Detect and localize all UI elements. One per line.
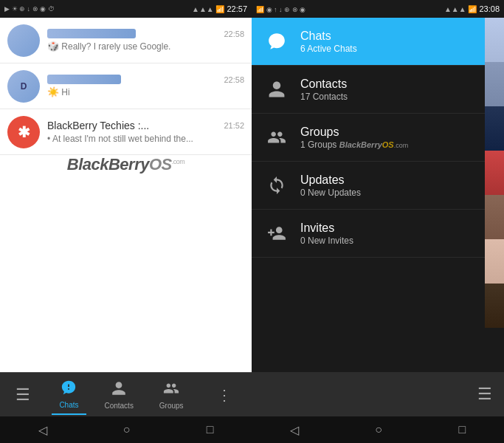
bbos-logo: BlackBerryOS.com xyxy=(67,155,185,174)
chat-time: 22:58 xyxy=(224,75,244,84)
chat-name-row: 22:58 xyxy=(47,75,244,84)
chat-item[interactable]: D 22:58 ☀️ Hi xyxy=(0,63,252,109)
menu-icon-wrap-invites xyxy=(263,220,290,247)
chat-name-row: 22:58 xyxy=(47,29,244,38)
bbos-logo-inline: BlackBerryOS.com xyxy=(339,140,409,149)
menu-icon-wrap-groups xyxy=(263,124,290,151)
menu-text-invites: Invites 0 New Invites xyxy=(300,222,353,246)
chat-item[interactable]: ✱ BlackBerry Techies :... 21:52 • At lea… xyxy=(0,109,252,155)
avatar: D xyxy=(7,70,40,103)
chat-item[interactable]: 22:58 🎲 Really? I rarely use Google. xyxy=(0,18,252,63)
chat-name-blurred xyxy=(47,29,136,38)
sync-menu-icon xyxy=(267,176,286,195)
left-panel: ▶ ☀ ⊕ ↓ ⊗ ◉ ⏱ ▲▲▲ 📶 22:57 22:58 🎲 Really… xyxy=(0,0,252,443)
chat-preview: 🎲 Really? I rarely use Google. xyxy=(47,41,244,52)
nav-chats-button[interactable]: Chats xyxy=(52,375,86,415)
menu-text-chats: Chats 6 Active Chats xyxy=(300,30,357,54)
menu-item-chats[interactable]: Chats 6 Active Chats xyxy=(252,18,504,66)
chat-name-row: BlackBerry Techies :... 21:52 xyxy=(47,120,244,131)
menu-subtitle-groups: 1 Groups BlackBerryOS.com xyxy=(300,140,408,150)
menu-subtitle-updates: 0 New Updates xyxy=(300,188,361,198)
right-panel: 📶 ◉ ↑ ↓ ⊕ ⊗ ◉ ▲▲▲ 📶 23:08 Chats 6 Activ xyxy=(252,0,504,443)
menu-item-groups[interactable]: Groups 1 Groups BlackBerryOS.com xyxy=(252,114,504,162)
chat-preview: ☀️ Hi xyxy=(47,86,244,97)
nav-groups-button[interactable]: Groups xyxy=(152,376,191,414)
nav-contacts-label: Contacts xyxy=(104,402,133,410)
chat-name-blurred xyxy=(47,75,121,84)
menu-title-chats: Chats xyxy=(300,30,357,43)
menu-text-contacts: Contacts 17 Contacts xyxy=(300,78,348,102)
back-button[interactable]: ◁ xyxy=(38,423,47,437)
nav-groups-label: Groups xyxy=(159,402,184,410)
menu-text-updates: Updates 0 New Updates xyxy=(300,174,361,198)
status-time-left: ▲▲▲ 📶 22:57 xyxy=(192,4,247,13)
chat-time: 22:58 xyxy=(224,30,244,38)
nav-contacts-button[interactable]: Contacts xyxy=(97,376,140,414)
home-button-right[interactable]: ○ xyxy=(375,423,382,436)
menu-subtitle-contacts: 17 Contacts xyxy=(300,92,348,102)
recent-button-right[interactable]: □ xyxy=(459,423,466,436)
menu-item-invites[interactable]: Invites 0 New Invites xyxy=(252,210,504,258)
back-button-right[interactable]: ◁ xyxy=(290,423,299,437)
hamburger-right-button[interactable]: ☰ xyxy=(477,385,492,404)
chat-list: 22:58 🎲 Really? I rarely use Google. D 2… xyxy=(0,18,252,372)
group-menu-icon xyxy=(267,128,286,147)
person-menu-icon xyxy=(267,80,286,99)
hamburger-menu-button[interactable]: ☰ xyxy=(5,378,41,412)
chat-content: BlackBerry Techies :... 21:52 • At least… xyxy=(47,120,244,144)
groups-icon xyxy=(163,380,179,400)
bbm-icon xyxy=(61,380,77,399)
status-icons-left: ▶ ☀ ⊕ ↓ ⊗ ◉ ⏱ xyxy=(4,5,55,13)
chat-content: 22:58 🎲 Really? I rarely use Google. xyxy=(47,29,244,52)
menu-title-invites: Invites xyxy=(300,222,353,235)
menu-item-contacts[interactable]: Contacts 17 Contacts xyxy=(252,66,504,114)
menu-title-groups: Groups xyxy=(300,126,408,139)
hamburger-icon: ☰ xyxy=(15,385,30,405)
status-time-right: ▲▲▲ 📶 23:08 xyxy=(444,4,500,13)
chat-preview: • At least I'm not still wet behind the.… xyxy=(47,134,244,144)
chat-name: BlackBerry Techies :... xyxy=(47,120,149,131)
menu-icon-wrap-chats xyxy=(263,28,290,55)
menu-title-updates: Updates xyxy=(300,174,361,187)
home-button[interactable]: ○ xyxy=(123,423,131,436)
more-options-button[interactable]: ⋮ xyxy=(202,374,246,416)
menu-icon-wrap-updates xyxy=(263,172,290,199)
contacts-icon xyxy=(111,380,127,400)
bbm-menu-icon xyxy=(267,32,286,51)
android-nav-left: ◁ ○ □ xyxy=(0,416,252,443)
bottom-nav: ☰ Chats Contacts Groups xyxy=(0,372,252,416)
status-bar-right: 📶 ◉ ↑ ↓ ⊕ ⊗ ◉ ▲▲▲ 📶 23:08 xyxy=(252,0,504,18)
right-bottom-nav: ☰ xyxy=(252,372,504,416)
menu-icon-wrap-contacts xyxy=(263,76,290,103)
menu-list: Chats 6 Active Chats Contacts 17 Contact… xyxy=(252,18,504,372)
hamburger-right-icon: ☰ xyxy=(477,385,492,403)
menu-subtitle-invites: 0 New Invites xyxy=(300,236,353,246)
menu-item-updates[interactable]: Updates 0 New Updates xyxy=(252,162,504,210)
avatar xyxy=(7,24,40,57)
status-icons-right: 📶 ◉ ↑ ↓ ⊕ ⊗ ◉ xyxy=(256,4,305,13)
avatar: ✱ xyxy=(7,116,40,148)
more-icon: ⋮ xyxy=(210,379,239,411)
android-nav-right: ◁ ○ □ xyxy=(252,416,504,443)
status-bar-left: ▶ ☀ ⊕ ↓ ⊗ ◉ ⏱ ▲▲▲ 📶 22:57 xyxy=(0,0,252,18)
nav-chats-label: Chats xyxy=(59,401,78,409)
logo-area: BlackBerryOS.com xyxy=(0,155,252,174)
recent-button[interactable]: □ xyxy=(207,423,214,436)
chat-time: 21:52 xyxy=(224,121,244,130)
chat-content: 22:58 ☀️ Hi xyxy=(47,75,244,97)
menu-subtitle-chats: 6 Active Chats xyxy=(300,44,357,54)
menu-text-groups: Groups 1 Groups BlackBerryOS.com xyxy=(300,126,408,150)
menu-title-contacts: Contacts xyxy=(300,78,348,91)
person-add-menu-icon xyxy=(267,224,286,243)
